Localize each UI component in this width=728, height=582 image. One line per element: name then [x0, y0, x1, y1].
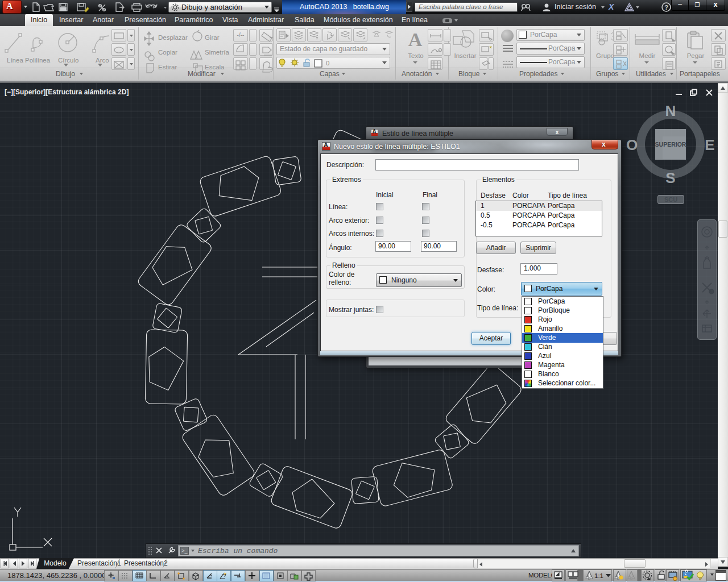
svg-text:Escala: Escala — [205, 64, 225, 70]
svg-text:Polilínea: Polilínea — [25, 57, 51, 64]
svg-text:E: E — [705, 136, 714, 153]
svg-text:?: ? — [664, 4, 668, 11]
svg-text:Línea: Línea — [7, 57, 23, 64]
svg-text:S: S — [665, 169, 675, 186]
svg-text:Copiar: Copiar — [158, 49, 177, 56]
svg-text:O: O — [626, 136, 638, 153]
svg-text:N: N — [665, 102, 676, 119]
svg-text:0: 0 — [326, 60, 329, 66]
svg-text:Simetría: Simetría — [205, 49, 229, 56]
svg-text:1:1: 1:1 — [594, 572, 603, 579]
svg-text:SUPERIOR: SUPERIOR — [655, 141, 686, 148]
svg-text:Desplazar: Desplazar — [158, 34, 188, 41]
svg-text:Arco: Arco — [96, 57, 109, 64]
svg-text:Estirar: Estirar — [158, 64, 177, 70]
svg-text:Girar: Girar — [205, 34, 220, 41]
svg-text:Círculo: Círculo — [58, 57, 78, 64]
